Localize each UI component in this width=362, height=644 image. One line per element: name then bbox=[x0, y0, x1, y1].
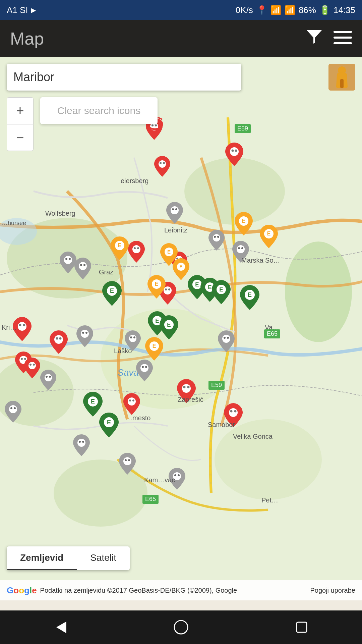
pin-green-4[interactable]: E bbox=[212, 280, 231, 306]
carrier-icon: ▶ bbox=[31, 6, 36, 14]
map-type-selector: Zemljevid Satelit bbox=[7, 546, 130, 570]
svg-point-31 bbox=[128, 397, 136, 406]
svg-point-68 bbox=[130, 336, 132, 338]
svg-point-60 bbox=[69, 258, 71, 260]
svg-point-77 bbox=[142, 366, 144, 368]
svg-point-42 bbox=[23, 324, 25, 326]
pin-gray-8[interactable] bbox=[218, 330, 235, 354]
svg-text:E: E bbox=[267, 231, 271, 236]
pin-yellow-6[interactable]: E bbox=[147, 275, 166, 300]
search-bar[interactable] bbox=[7, 64, 241, 91]
svg-point-84 bbox=[82, 441, 84, 443]
pin-gray-14[interactable] bbox=[40, 370, 56, 392]
filter-icon[interactable] bbox=[305, 28, 323, 50]
battery-label: 86% bbox=[299, 5, 316, 15]
svg-point-130 bbox=[174, 621, 188, 634]
pin-yellow-3[interactable]: E bbox=[111, 236, 129, 261]
pin-green-1[interactable]: E bbox=[102, 281, 122, 307]
location-icon: 📍 bbox=[256, 5, 267, 15]
pin-gray-10[interactable] bbox=[5, 401, 21, 424]
signal-icon: 📶 bbox=[285, 5, 295, 15]
map-type-zemljevid[interactable]: Zemljevid bbox=[7, 546, 77, 570]
pin-yellow-7[interactable]: E bbox=[145, 337, 163, 362]
pin-gray-1[interactable] bbox=[166, 202, 183, 225]
pin-gray-11[interactable] bbox=[73, 434, 90, 458]
svg-text:E: E bbox=[195, 281, 199, 288]
svg-point-50 bbox=[29, 364, 32, 366]
nav-home-button[interactable] bbox=[168, 614, 194, 641]
svg-point-49 bbox=[28, 362, 36, 369]
svg-text:Sava: Sava bbox=[117, 367, 139, 378]
clear-search-button[interactable]: Clear search icons bbox=[40, 97, 158, 124]
pin-gray-9[interactable] bbox=[136, 360, 153, 383]
status-right: 0K/s 📍 📶 📶 86% 🔋 14:35 bbox=[236, 5, 355, 15]
pin-yellow-2[interactable]: E bbox=[260, 225, 278, 250]
pin-gray-6[interactable] bbox=[125, 330, 141, 353]
pin-gray-13[interactable] bbox=[169, 468, 185, 491]
svg-point-56 bbox=[214, 236, 216, 238]
pin-red-11[interactable] bbox=[50, 330, 68, 355]
pin-red-10[interactable] bbox=[13, 317, 32, 342]
svg-point-63 bbox=[83, 264, 85, 266]
svg-point-41 bbox=[19, 324, 21, 326]
pin-red-3[interactable] bbox=[154, 156, 170, 178]
map-container[interactable]: Sava Wolfsberg Leibnitz Laško Samobor Za… bbox=[0, 57, 362, 600]
pin-red-2[interactable] bbox=[225, 143, 243, 167]
pin-gray-12[interactable] bbox=[119, 453, 136, 476]
pin-yellow-1[interactable]: E bbox=[235, 212, 253, 237]
svg-point-16 bbox=[230, 147, 239, 156]
pin-gray-3[interactable] bbox=[60, 252, 76, 275]
svg-point-36 bbox=[187, 386, 190, 388]
svg-text:E: E bbox=[153, 343, 156, 349]
svg-point-86 bbox=[125, 459, 127, 461]
svg-point-90 bbox=[178, 474, 180, 476]
pin-red-13[interactable] bbox=[24, 358, 40, 380]
search-input[interactable] bbox=[13, 70, 235, 84]
svg-text:E: E bbox=[167, 249, 171, 255]
pin-green-9[interactable]: E bbox=[99, 413, 119, 439]
svg-point-51 bbox=[33, 364, 35, 366]
zoom-in-button[interactable]: + bbox=[7, 97, 34, 124]
svg-point-87 bbox=[128, 459, 130, 461]
svg-point-8 bbox=[215, 419, 322, 500]
svg-point-53 bbox=[172, 208, 174, 210]
svg-point-47 bbox=[21, 358, 23, 360]
pin-gray-2[interactable] bbox=[208, 230, 225, 252]
svg-rect-128 bbox=[340, 79, 344, 88]
page-title: Map bbox=[10, 29, 44, 49]
status-left: A1 SI ▶ bbox=[7, 5, 36, 15]
streetview-icon[interactable] bbox=[328, 64, 355, 91]
pin-gray-4[interactable] bbox=[74, 258, 91, 281]
svg-point-82 bbox=[77, 439, 85, 447]
pin-green-5[interactable]: E bbox=[240, 285, 259, 311]
nav-back-button[interactable] bbox=[47, 614, 74, 641]
svg-point-35 bbox=[183, 386, 186, 388]
carrier-label: A1 SI bbox=[7, 5, 28, 15]
pin-gray-5[interactable] bbox=[232, 241, 249, 264]
pin-red-4[interactable] bbox=[128, 241, 145, 264]
pin-red-9[interactable] bbox=[224, 403, 243, 429]
pin-gray-7[interactable] bbox=[76, 325, 93, 348]
svg-text:E: E bbox=[91, 398, 95, 405]
svg-point-45 bbox=[59, 337, 62, 340]
svg-rect-1 bbox=[334, 37, 352, 39]
svg-point-57 bbox=[217, 236, 219, 238]
svg-point-44 bbox=[56, 337, 58, 340]
svg-point-73 bbox=[222, 335, 230, 343]
pin-red-7[interactable] bbox=[123, 393, 140, 416]
svg-point-64 bbox=[237, 245, 245, 253]
nav-recents-button[interactable] bbox=[288, 614, 315, 641]
svg-point-24 bbox=[137, 247, 139, 249]
clear-search-label: Clear search icons bbox=[57, 105, 140, 116]
pin-red-8[interactable] bbox=[177, 379, 196, 405]
time-label: 14:35 bbox=[334, 5, 355, 15]
map-type-satelit[interactable]: Satelit bbox=[77, 546, 130, 570]
pin-yellow-5[interactable]: E bbox=[173, 258, 189, 281]
zoom-out-button[interactable]: − bbox=[7, 124, 34, 151]
svg-point-21 bbox=[163, 162, 165, 164]
svg-rect-2 bbox=[334, 42, 352, 44]
svg-point-92 bbox=[46, 376, 48, 378]
pin-green-7[interactable]: E bbox=[160, 315, 178, 341]
menu-icon[interactable] bbox=[334, 29, 352, 48]
status-bar: A1 SI ▶ 0K/s 📍 📶 📶 86% 🔋 14:35 bbox=[0, 0, 362, 20]
